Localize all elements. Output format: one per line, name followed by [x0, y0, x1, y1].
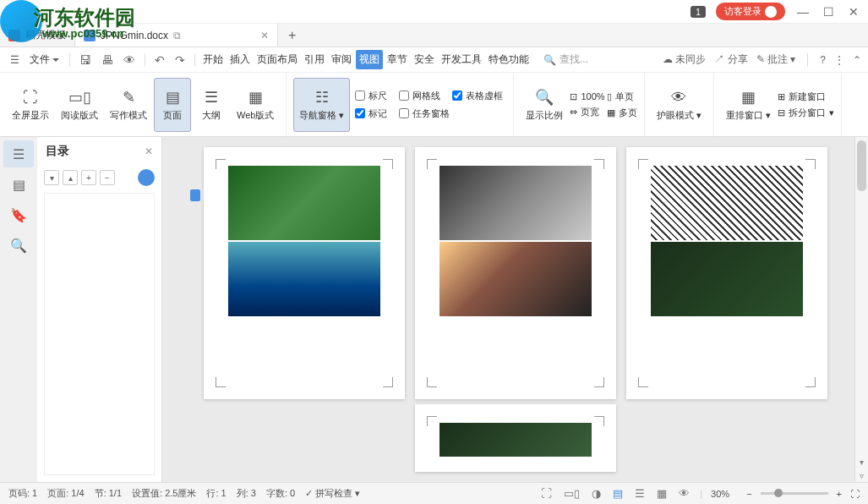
reading-view-button[interactable]: ▭▯ 阅读版式: [56, 78, 103, 132]
sidebar-search[interactable]: 🔍: [3, 232, 34, 259]
collapse-ribbon-icon[interactable]: ⌃: [853, 54, 861, 66]
vertical-scrollbar[interactable]: ▾ ▿: [854, 137, 868, 482]
print-icon[interactable]: 🖶: [97, 53, 117, 67]
scrollbar-thumb[interactable]: [857, 140, 866, 191]
page-view-button[interactable]: ▤ 页面: [154, 78, 191, 132]
zoom-100-button[interactable]: ⊡ 100%: [570, 91, 604, 102]
view-outline-icon[interactable]: ☰: [633, 487, 647, 500]
ruler-checkbox[interactable]: 标尺: [355, 90, 387, 102]
save-icon[interactable]: 🖫: [75, 53, 96, 67]
status-col[interactable]: 列: 3: [237, 487, 256, 500]
page-3[interactable]: [626, 147, 827, 399]
minimize-button[interactable]: —: [795, 5, 811, 19]
ai-assistant-icon[interactable]: [138, 169, 155, 186]
menu-review[interactable]: 审阅: [329, 52, 354, 67]
menu-start[interactable]: 开始: [200, 52, 226, 67]
status-spellcheck[interactable]: ✓ 拼写检查 ▾: [305, 487, 360, 500]
login-label: 访客登录: [724, 5, 762, 18]
new-window-button[interactable]: ⊞ 新建窗口: [778, 90, 834, 103]
outline-collapse-icon[interactable]: ▴: [63, 170, 78, 185]
gridlines-checkbox[interactable]: 网格线: [399, 90, 440, 102]
page-2[interactable]: [415, 147, 616, 399]
hamburger-icon[interactable]: ☰: [7, 54, 23, 66]
sidebar-bookmark[interactable]: 🔖: [3, 201, 34, 228]
undo-icon[interactable]: ↶: [150, 53, 169, 67]
menu-sections[interactable]: 章节: [385, 52, 410, 67]
annotate-button[interactable]: ✎ 批注 ▾: [756, 52, 796, 67]
menu-security[interactable]: 安全: [412, 52, 437, 67]
web-view-button[interactable]: ▦ Web版式: [232, 78, 279, 132]
status-row[interactable]: 行: 1: [206, 487, 226, 500]
page-1[interactable]: [204, 147, 405, 399]
status-chars[interactable]: 字数: 0: [266, 487, 295, 500]
outline-remove-icon[interactable]: −: [100, 170, 115, 185]
sidebar-outline[interactable]: ☰: [3, 140, 34, 167]
view-focus-icon[interactable]: ◑: [590, 487, 603, 500]
fullscreen-button[interactable]: ⛶ 全屏显示: [7, 78, 54, 132]
status-section[interactable]: 节: 1/1: [95, 487, 122, 500]
tab-document[interactable]: JPNGmin.docx ⧉ ✕: [75, 24, 278, 47]
menu-insert[interactable]: 插入: [227, 52, 253, 67]
table-grid-checkbox[interactable]: 表格虚框: [452, 90, 503, 102]
restore-icon[interactable]: ⧉: [173, 30, 181, 41]
tab-close-icon[interactable]: ✕: [260, 30, 269, 41]
tab-label: 稻壳模板: [25, 28, 66, 42]
file-menu[interactable]: 文件: [25, 52, 64, 67]
view-eye-icon[interactable]: 👁: [677, 487, 691, 500]
maximize-button[interactable]: ☐: [821, 5, 836, 19]
outline-expand-icon[interactable]: ▾: [44, 170, 59, 185]
view-reading-icon[interactable]: ▭▯: [562, 487, 581, 500]
menu-dev-tools[interactable]: 开发工具: [439, 52, 484, 67]
zoom-slider[interactable]: [761, 492, 828, 495]
status-setting[interactable]: 设置值: 2.5厘米: [132, 487, 196, 500]
menu-references[interactable]: 引用: [302, 52, 327, 67]
zoom-value[interactable]: 30%: [711, 489, 729, 499]
outline-view-button[interactable]: ☰ 大纲: [193, 78, 230, 132]
outline-close-icon[interactable]: ✕: [145, 145, 153, 157]
add-tab-button[interactable]: +: [278, 24, 306, 47]
tab-count-badge: 1: [691, 6, 706, 18]
scroll-down-icon[interactable]: ▾: [855, 457, 868, 467]
menu-view[interactable]: 视图: [356, 50, 383, 69]
zoom-in-button[interactable]: +: [837, 489, 842, 499]
scroll-extra-icon[interactable]: ▿: [855, 471, 868, 480]
tab-template[interactable]: 稻壳模板: [0, 24, 75, 47]
sidebar-pages[interactable]: ▤: [3, 171, 34, 198]
fit-button[interactable]: ⛶: [850, 489, 860, 499]
status-page-no[interactable]: 页码: 1: [8, 487, 37, 500]
writing-mode-button[interactable]: ✎ 写作模式: [105, 78, 152, 132]
single-page-button[interactable]: ▯ 单页: [607, 90, 637, 103]
zoom-button[interactable]: 🔍 显示比例: [521, 78, 568, 132]
nav-pane-button[interactable]: ☷ 导航窗格 ▾: [293, 78, 350, 132]
zoom-out-button[interactable]: −: [746, 489, 751, 499]
more-icon[interactable]: ⋮: [834, 54, 844, 66]
split-window-button[interactable]: ⊟ 拆分窗口 ▾: [778, 107, 834, 119]
view-fullscreen-icon[interactable]: ⛶: [539, 487, 554, 500]
multi-page-button[interactable]: ▦ 多页: [607, 107, 637, 119]
view-web-icon[interactable]: ▦: [655, 487, 669, 500]
rearrange-window-button[interactable]: ▦ 重排窗口 ▾: [721, 78, 776, 132]
markup-checkbox[interactable]: 标记: [355, 107, 387, 120]
menu-page-layout[interactable]: 页面布局: [254, 52, 300, 67]
redo-icon[interactable]: ↷: [171, 53, 189, 67]
status-pages[interactable]: 页面: 1/4: [47, 487, 84, 500]
task-pane-checkbox[interactable]: 任务窗格: [399, 107, 450, 120]
menu-features[interactable]: 特色功能: [486, 52, 532, 67]
sync-button[interactable]: ☁ 未同步: [663, 52, 706, 67]
page-width-button[interactable]: ⇔ 页宽: [570, 106, 604, 118]
eye-mode-button[interactable]: 👁 护眼模式 ▾: [652, 78, 707, 132]
login-button[interactable]: 访客登录: [716, 3, 785, 20]
document-area[interactable]: ▾ ▿: [162, 137, 868, 482]
template-icon: [8, 30, 20, 41]
preview-icon[interactable]: 👁: [119, 53, 139, 67]
outline-add-icon[interactable]: +: [81, 170, 96, 185]
search-box[interactable]: 🔍 查找...: [543, 52, 588, 67]
file-label: 文件: [30, 52, 50, 67]
share-button[interactable]: ↗ 分享: [714, 52, 747, 67]
page-4[interactable]: [415, 404, 616, 472]
help-icon[interactable]: ?: [820, 54, 826, 66]
close-button[interactable]: ✕: [846, 5, 861, 19]
zoom-icon: 🔍: [534, 87, 554, 107]
view-page-icon[interactable]: ▤: [611, 487, 625, 500]
chevron-down-icon: [52, 58, 59, 62]
